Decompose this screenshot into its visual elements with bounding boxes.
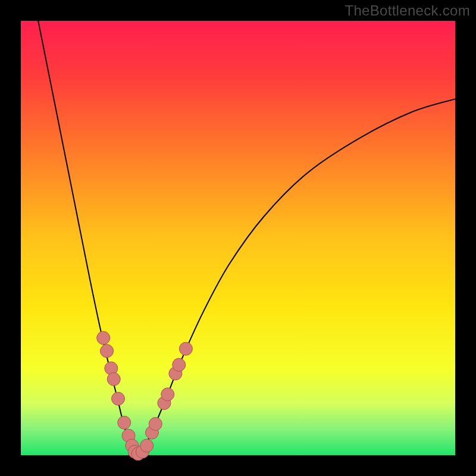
highlight-dot [179,342,192,355]
highlight-dot [149,417,162,430]
chart-stage: TheBottleneck.com [0,0,476,476]
highlight-dot [118,416,131,429]
highlight-dot [161,388,174,401]
highlight-dot [97,331,110,345]
highlight-dot [173,358,186,371]
watermark-text: TheBottleneck.com [345,2,470,19]
highlight-dot [112,392,125,405]
highlight-dot [140,439,154,452]
highlight-dot [107,372,120,386]
plot-background [21,21,455,455]
highlight-dot [101,345,114,358]
bottleneck-plot [0,0,476,476]
